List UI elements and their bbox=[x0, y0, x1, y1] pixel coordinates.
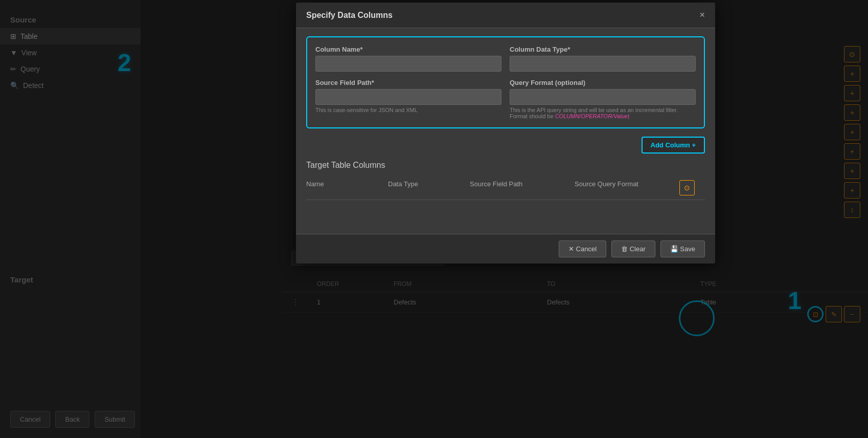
col-header-source-field: Source Field Path bbox=[470, 180, 575, 195]
delete-all-btn[interactable]: ⊙ bbox=[679, 180, 695, 195]
target-columns-title: Target Table Columns bbox=[306, 161, 705, 170]
source-field-path-label: Source Field Path* bbox=[315, 79, 501, 86]
column-data-type-input[interactable] bbox=[510, 56, 696, 72]
save-button[interactable]: 💾 Save bbox=[660, 240, 705, 257]
modal-body: Column Name* Column Data Type* Source Fi… bbox=[296, 28, 715, 234]
modal: Specify Data Columns × Column Name* Colu… bbox=[296, 3, 715, 264]
column-name-group: Column Name* bbox=[315, 46, 501, 72]
clear-button[interactable]: 🗑 Clear bbox=[611, 240, 655, 257]
target-table-header: Name Data Type Source Field Path Source … bbox=[306, 176, 705, 200]
source-field-path-input[interactable] bbox=[315, 89, 501, 105]
modal-container: Specify Data Columns × Column Name* Colu… bbox=[143, 0, 868, 264]
modal-close-button[interactable]: × bbox=[699, 10, 705, 20]
query-format-input[interactable] bbox=[510, 89, 696, 105]
modal-header: Specify Data Columns × bbox=[296, 3, 715, 28]
column-data-type-label: Column Data Type* bbox=[510, 46, 696, 53]
target-table-body bbox=[306, 200, 705, 226]
form-row-1: Column Name* Column Data Type* bbox=[315, 46, 696, 72]
query-format-hint: This is the API query string and will be… bbox=[510, 107, 696, 119]
column-form-section: Column Name* Column Data Type* Source Fi… bbox=[306, 36, 705, 128]
column-name-label: Column Name* bbox=[315, 46, 501, 53]
cancel-button[interactable]: ✕ Cancel bbox=[559, 240, 606, 257]
col-header-name: Name bbox=[306, 180, 388, 195]
modal-footer: ✕ Cancel 🗑 Clear 💾 Save bbox=[296, 234, 715, 264]
query-format-group: Query Format (optional) This is the API … bbox=[510, 79, 696, 119]
modal-title: Specify Data Columns bbox=[306, 11, 393, 20]
add-column-row: Add Column + bbox=[306, 137, 705, 154]
col-header-source-query: Source Query Format bbox=[575, 180, 679, 195]
column-name-input[interactable] bbox=[315, 56, 501, 72]
query-format-label: Query Format (optional) bbox=[510, 79, 696, 86]
add-column-button[interactable]: Add Column + bbox=[642, 137, 705, 154]
source-field-hint: This is case-sensitive for JSON and XML bbox=[315, 107, 501, 113]
form-row-2: Source Field Path* This is case-sensitiv… bbox=[315, 79, 696, 119]
target-columns-section: Target Table Columns Name Data Type Sour… bbox=[306, 161, 705, 226]
source-field-path-group: Source Field Path* This is case-sensitiv… bbox=[315, 79, 501, 119]
col-header-data-type: Data Type bbox=[388, 180, 470, 195]
column-data-type-group: Column Data Type* bbox=[510, 46, 696, 72]
